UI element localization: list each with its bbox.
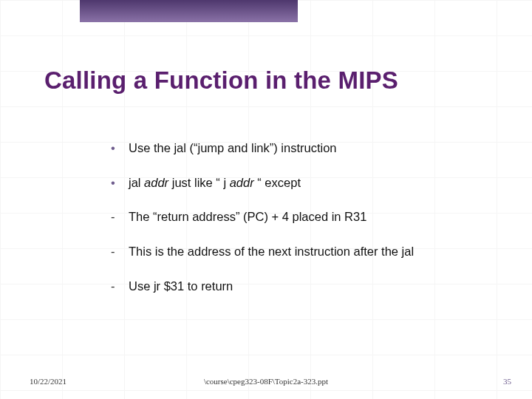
list-item: - Use jr $31 to return [111,279,502,294]
bullet-dot-icon: • [111,140,129,156]
footer-date: 10/22/2021 [30,377,66,386]
text-fragment: “ except [254,176,301,189]
list-item-text: Use jr $31 to return [129,279,502,294]
list-item: • jal addr just like “ j addr “ except [111,175,502,191]
list-item-text: This is the address of the next instruct… [129,244,502,259]
list-item-text: Use the jal (“jump and link”) instructio… [129,140,502,156]
text-fragment: jal [129,176,144,189]
page-title: Calling a Function in the MIPS [44,66,502,95]
list-item: • Use the jal (“jump and link”) instruct… [111,140,502,156]
footer-path: \course\cpeg323-08F\Topic2a-323.ppt [204,377,328,386]
text-fragment: just like “ j [168,176,230,189]
bullet-dash-icon: - [111,279,129,294]
bullet-dash-icon: - [111,244,129,259]
footer: 10/22/2021 \course\cpeg323-08F\Topic2a-3… [0,377,532,389]
footer-page-number: 35 [503,377,511,386]
list-item: - This is the address of the next instru… [111,244,502,259]
text-italic: addr [230,176,254,189]
list-item-text: The “return address” (PC) + 4 placed in … [129,209,502,225]
bullet-list: • Use the jal (“jump and link”) instruct… [111,140,502,313]
bullet-dash-icon: - [111,209,129,225]
text-italic: addr [144,176,168,189]
top-accent-bar [80,0,298,22]
list-item: - The “return address” (PC) + 4 placed i… [111,209,502,225]
bullet-dot-icon: • [111,175,129,191]
list-item-text: jal addr just like “ j addr “ except [129,175,502,191]
